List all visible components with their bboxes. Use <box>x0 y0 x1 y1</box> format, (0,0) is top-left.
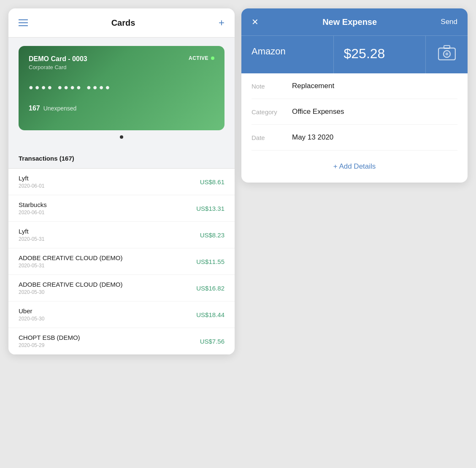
cards-title: Cards <box>111 18 135 28</box>
amount-block: $25.28 <box>334 36 426 73</box>
transaction-left: Lyft 2020-06-01 <box>19 175 44 189</box>
transaction-amount: US$8.61 <box>200 178 224 186</box>
transaction-date: 2020-05-31 <box>19 263 122 269</box>
transaction-left: ADOBE CREATIVE CLOUD (DEMO) 2020-05-30 <box>19 281 122 295</box>
status-dot <box>211 56 214 60</box>
credit-card[interactable]: DEMO Card - 0003 Corporate Card ACTIVE ●… <box>19 46 224 130</box>
new-expense-panel: ✕ New Expense Send Amazon $25.28 Note Re… <box>241 8 468 183</box>
category-row: Category Office Expenses <box>252 99 457 125</box>
transaction-item[interactable]: ADOBE CREATIVE CLOUD (DEMO) 2020-05-30 U… <box>8 275 235 301</box>
transaction-left: Starbucks 2020-06-01 <box>19 201 47 215</box>
transaction-left: CHOPT ESB (DEMO) 2020-05-29 <box>19 334 80 348</box>
transaction-merchant: CHOPT ESB (DEMO) <box>19 334 80 341</box>
transaction-date: 2020-06-01 <box>19 210 47 215</box>
cards-header: Cards + <box>8 8 235 38</box>
add-card-button[interactable]: + <box>219 17 224 29</box>
transaction-amount: US$7.56 <box>200 338 224 345</box>
transaction-date: 2020-05-29 <box>19 342 80 348</box>
cards-panel: Cards + DEMO Card - 0003 Corporate Card … <box>8 8 235 355</box>
transaction-date: 2020-06-01 <box>19 183 44 189</box>
camera-icon <box>438 45 456 64</box>
unexpensed-label: Unexpensed <box>43 105 77 112</box>
merchant-name[interactable]: Amazon <box>252 46 323 57</box>
date-value[interactable]: May 13 2020 <box>292 133 333 142</box>
transaction-item[interactable]: ADOBE CREATIVE CLOUD (DEMO) 2020-05-31 U… <box>8 248 235 275</box>
transaction-amount: US$16.82 <box>196 285 224 292</box>
transaction-date: 2020-05-30 <box>19 289 122 295</box>
card-name: DEMO Card - 0003 <box>29 55 87 63</box>
card-number-dots: ●●●● ●●●● ●●●● <box>29 83 214 92</box>
transaction-item[interactable]: Uber 2020-05-30 US$18.44 <box>8 301 235 328</box>
transaction-merchant: Lyft <box>19 175 44 182</box>
camera-block[interactable] <box>425 36 468 73</box>
transaction-item[interactable]: Lyft 2020-06-01 US$8.61 <box>8 169 235 195</box>
card-info: DEMO Card - 0003 Corporate Card <box>29 55 87 70</box>
add-details-button[interactable]: + Add Details <box>241 151 468 183</box>
category-value[interactable]: Office Expenses <box>292 108 344 116</box>
detail-rows: Note Replacement Category Office Expense… <box>241 73 468 151</box>
transaction-merchant: Lyft <box>19 228 44 235</box>
expense-amount[interactable]: $25.28 <box>344 46 416 62</box>
transaction-left: Lyft 2020-05-31 <box>19 228 44 242</box>
transaction-amount: US$8.23 <box>200 231 224 239</box>
note-row: Note Replacement <box>252 73 457 99</box>
transaction-item[interactable]: Starbucks 2020-06-01 US$13.31 <box>8 195 235 222</box>
transaction-merchant: Uber <box>19 307 44 315</box>
transactions-header: Transactions (167) <box>8 149 235 169</box>
transactions-list: Lyft 2020-06-01 US$8.61 Starbucks 2020-0… <box>8 169 235 355</box>
expense-header: ✕ New Expense Send <box>241 8 468 35</box>
card-type: Corporate Card <box>29 64 87 70</box>
transaction-amount: US$11.55 <box>196 258 224 265</box>
transaction-date: 2020-05-31 <box>19 236 44 242</box>
indicator-dot <box>120 135 123 139</box>
send-button[interactable]: Send <box>441 18 457 26</box>
card-status: ACTIVE <box>189 55 214 61</box>
expense-top-section: Amazon $25.28 <box>241 35 468 73</box>
card-header-row: DEMO Card - 0003 Corporate Card ACTIVE <box>29 55 214 70</box>
transaction-item[interactable]: CHOPT ESB (DEMO) 2020-05-29 US$7.56 <box>8 328 235 355</box>
note-value[interactable]: Replacement <box>292 82 334 90</box>
card-section: DEMO Card - 0003 Corporate Card ACTIVE ●… <box>8 38 235 149</box>
card-indicator <box>19 130 224 140</box>
transaction-amount: US$18.44 <box>196 311 224 318</box>
transaction-item[interactable]: Lyft 2020-05-31 US$8.23 <box>8 222 235 248</box>
unexpensed-count: 167 <box>29 105 40 112</box>
date-row: Date May 13 2020 <box>252 125 457 151</box>
transaction-merchant: ADOBE CREATIVE CLOUD (DEMO) <box>19 281 122 288</box>
transaction-merchant: ADOBE CREATIVE CLOUD (DEMO) <box>19 254 122 261</box>
transaction-amount: US$13.31 <box>196 205 224 212</box>
merchant-block: Amazon <box>241 36 334 73</box>
transactions-title: Transactions (167) <box>19 155 74 162</box>
card-footer: 167 Unexpensed <box>29 105 214 112</box>
expense-title: New Expense <box>322 17 377 27</box>
transaction-merchant: Starbucks <box>19 201 47 208</box>
transaction-left: Uber 2020-05-30 <box>19 307 44 322</box>
transaction-date: 2020-05-30 <box>19 316 44 322</box>
note-label: Note <box>252 83 285 90</box>
close-button[interactable]: ✕ <box>252 17 259 27</box>
transaction-left: ADOBE CREATIVE CLOUD (DEMO) 2020-05-31 <box>19 254 122 269</box>
date-label: Date <box>252 134 285 141</box>
svg-point-3 <box>445 53 448 56</box>
category-label: Category <box>252 108 285 116</box>
menu-icon[interactable] <box>19 19 28 26</box>
